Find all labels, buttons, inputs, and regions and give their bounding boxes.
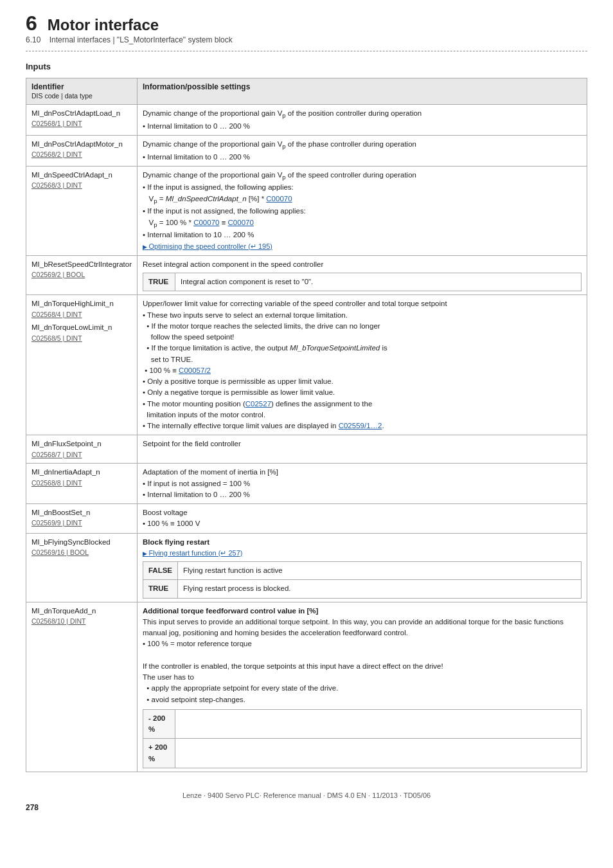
id-code: C02568/4 | DINT	[31, 310, 132, 320]
sub-table: - 200 % + 200 %	[143, 709, 582, 768]
info-cell: Dynamic change of the proportional gain …	[137, 135, 587, 166]
id-code: C02568/8 | DINT	[31, 478, 132, 489]
id-code: C02568/7 | DINT	[31, 450, 132, 460]
id-name: MI_dnFluxSetpoint_n	[31, 439, 132, 449]
table-row: MI_dnTorqueAdd_n C02568/10 | DINT Additi…	[26, 602, 587, 772]
divider	[26, 51, 587, 51]
sub-table: TRUE Integral action component is reset …	[143, 273, 582, 291]
id-name: MI_bResetSpeedCtrlIntegrator	[31, 259, 132, 270]
sub-key: TRUE	[143, 273, 175, 291]
sub-table-row: TRUE Flying restart process is blocked.	[143, 580, 581, 598]
id-code: C02568/3 | DINT	[31, 181, 132, 191]
id-name: MI_dnBoostSet_n	[31, 507, 132, 518]
sub-table: FALSE Flying restart function is active …	[143, 561, 582, 599]
torque-add-label: Additional torque feedforward control va…	[143, 607, 318, 615]
chapter-title: Motor interface	[48, 16, 159, 34]
section-line: 6.10 Internal interfaces | "LS_MotorInte…	[26, 35, 587, 44]
id-cell: MI_bFlyingSyncBlocked C02569/16 | BOOL	[26, 533, 138, 602]
table-row: MI_dnInertiaAdapt_n C02568/8 | DINT Adap…	[26, 464, 587, 504]
id-cell: MI_dnFluxSetpoint_n C02568/7 | DINT	[26, 435, 138, 464]
col1-subheader: DIS code | data type	[31, 92, 93, 100]
info-cell: Setpoint for the field controller	[137, 435, 587, 464]
id-code: C02568/2 | DINT	[31, 150, 132, 160]
sub-key: TRUE	[143, 580, 177, 598]
chapter-number: 6	[26, 13, 37, 33]
footer-bar: 278 Lenze · 9400 Servo PLC· Reference ma…	[26, 791, 587, 799]
info-cell: Reset integral action component in the s…	[137, 255, 587, 295]
table-row: MI_bResetSpeedCtrlIntegrator C02569/2 | …	[26, 255, 587, 295]
id-name: MI_dnPosCtrlAdaptMotor_n	[31, 139, 132, 150]
id-cell: MI_dnPosCtrlAdaptMotor_n C02568/2 | DINT	[26, 135, 138, 166]
id-code: C02569/2 | BOOL	[31, 270, 132, 280]
info-cell: Dynamic change of the proportional gain …	[137, 166, 587, 255]
sub-val	[175, 739, 581, 768]
id-name: MI_dnTorqueLowLimit_n	[31, 322, 132, 333]
section-heading: Inputs	[26, 62, 587, 71]
id-code: C02569/16 | BOOL	[31, 548, 132, 558]
sub-table-row: FALSE Flying restart function is active	[143, 562, 581, 580]
flying-sync-label: Block flying restart	[143, 538, 209, 546]
footer-text: Lenze · 9400 Servo PLC· Reference manual…	[26, 791, 587, 799]
table-row: MI_dnPosCtrlAdaptMotor_n C02568/2 | DINT…	[26, 135, 587, 166]
id-name: MI_dnTorqueHighLimit_n	[31, 298, 132, 309]
id-name: MI_dnTorqueAdd_n	[31, 606, 132, 617]
page-number: 278	[26, 803, 39, 812]
sub-val: Integral action component is reset to "0…	[175, 273, 581, 291]
sub-key: + 200 %	[143, 739, 175, 768]
sub-val: Flying restart function is active	[178, 562, 582, 580]
id-cell: MI_dnInertiaAdapt_n C02568/8 | DINT	[26, 464, 138, 504]
table-row: MI_bFlyingSyncBlocked C02569/16 | BOOL B…	[26, 533, 587, 602]
table-row: MI_dnTorqueHighLimit_n C02568/4 | DINT M…	[26, 295, 587, 435]
flying-restart-link[interactable]: Flying restart function (↵ 257)	[143, 549, 242, 557]
id-name: MI_dnInertiaAdapt_n	[31, 467, 132, 478]
sub-table-row: TRUE Integral action component is reset …	[143, 273, 581, 291]
sub-val: Flying restart process is blocked.	[178, 580, 582, 598]
sub-key: - 200 %	[143, 709, 175, 739]
id-name: MI_dnPosCtrlAdaptLoad_n	[31, 108, 132, 119]
sub-key: FALSE	[143, 562, 177, 580]
id-cell: MI_dnTorqueAdd_n C02568/10 | DINT	[26, 602, 138, 772]
info-cell: Boost voltage • 100 % ≡ 1000 V	[137, 504, 587, 534]
table-row: MI_dnFluxSetpoint_n C02568/7 | DINT Setp…	[26, 435, 587, 464]
info-cell: Dynamic change of the proportional gain …	[137, 105, 587, 136]
id-cell: MI_dnTorqueHighLimit_n C02568/4 | DINT M…	[26, 295, 138, 435]
id-cell: MI_dnPosCtrlAdaptLoad_n C02568/1 | DINT	[26, 105, 138, 136]
col1-header-text: Identifier	[31, 82, 64, 91]
info-cell: Adaptation of the moment of inertia in […	[137, 464, 587, 504]
info-cell: Upper/lower limit value for correcting v…	[137, 295, 587, 435]
sub-table-row: - 200 %	[143, 709, 581, 739]
col1-header: Identifier DIS code | data type	[26, 78, 138, 105]
id-code: C02568/1 | DINT	[31, 119, 132, 129]
id-cell: MI_bResetSpeedCtrlIntegrator C02569/2 | …	[26, 255, 138, 295]
id-name: MI_bFlyingSyncBlocked	[31, 537, 132, 548]
col2-header: Information/possible settings	[137, 78, 587, 105]
table-row: MI_dnBoostSet_n C02569/9 | DINT Boost vo…	[26, 504, 587, 534]
id-code: C02568/5 | DINT	[31, 334, 132, 344]
speed-ctrl-link[interactable]: Optimising the speed controller (↵ 195)	[143, 242, 272, 250]
id-code: C02569/9 | DINT	[31, 518, 132, 529]
id-cell: MI_dnSpeedCtrlAdapt_n C02568/3 | DINT	[26, 166, 138, 255]
info-cell: Block flying restart Flying restart func…	[137, 533, 587, 602]
info-cell: Additional torque feedforward control va…	[137, 602, 587, 772]
chapter-header: 6 Motor interface	[26, 13, 587, 34]
section-number: 6.10	[26, 35, 40, 44]
id-cell: MI_dnBoostSet_n C02569/9 | DINT	[26, 504, 138, 534]
table-row: MI_dnPosCtrlAdaptLoad_n C02568/1 | DINT …	[26, 105, 587, 136]
section-title: Internal interfaces | "LS_MotorInterface…	[49, 35, 233, 44]
id-name: MI_dnSpeedCtrlAdapt_n	[31, 170, 132, 181]
id-code: C02568/10 | DINT	[31, 617, 132, 627]
table-row: MI_dnSpeedCtrlAdapt_n C02568/3 | DINT Dy…	[26, 166, 587, 255]
main-table: Identifier DIS code | data type Informat…	[26, 78, 587, 772]
sub-val	[175, 709, 581, 739]
sub-table-row: + 200 %	[143, 739, 581, 768]
